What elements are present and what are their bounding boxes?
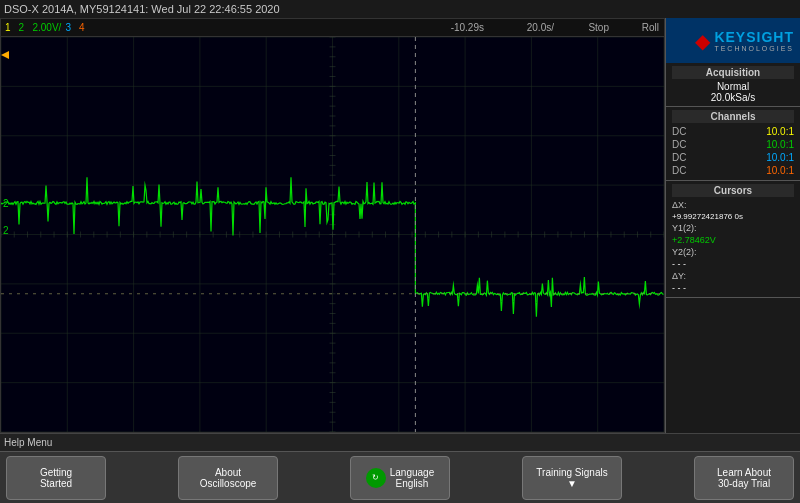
- scope-canvas: [1, 37, 664, 432]
- delta-x-value: +9.99272421876 0s: [672, 212, 743, 221]
- y1-row: Y1(2):: [672, 222, 794, 234]
- y1-label: Y1(2):: [672, 223, 697, 233]
- cursors-section: Cursors ΔX: +9.99272421876 0s Y1(2): +2.…: [666, 181, 800, 298]
- language-text: Language English: [390, 467, 435, 489]
- scope-display: 1 2 2.00V/ 3 4 -10.29s 20.0s/ Stop Roll …: [0, 18, 665, 433]
- about-line2: Oscilloscope: [200, 478, 257, 489]
- ch4-coupling: DC: [672, 165, 686, 176]
- time-offset: -10.29s: [451, 22, 484, 33]
- getting-started-button[interactable]: Getting Started: [6, 456, 106, 500]
- channel-2-row: DC 10.0:1: [672, 138, 794, 151]
- ch3-value: 10.0:1: [766, 152, 794, 163]
- ch1-label: 1: [5, 22, 11, 33]
- ch4-label: 4: [79, 22, 85, 33]
- y2-row: Y2(2):: [672, 246, 794, 258]
- ch4-value: 10.0:1: [766, 165, 794, 176]
- training-line2: ▼: [567, 478, 577, 489]
- delta-y-label: ΔY:: [672, 271, 686, 281]
- main-area: 1 2 2.00V/ 3 4 -10.29s 20.0s/ Stop Roll …: [0, 18, 800, 433]
- help-menu-label: Help Menu: [4, 437, 52, 448]
- channels-title: Channels: [672, 110, 794, 123]
- grid-area: 2: [1, 37, 664, 432]
- delta-y-value: - - -: [672, 283, 686, 293]
- delta-y-value-row: - - -: [672, 282, 794, 294]
- title-text: DSO-X 2014A, MY59124141: Wed Jul 22 22:4…: [4, 3, 280, 15]
- y1-value-row: +2.78462V: [672, 234, 794, 246]
- ch3-coupling: DC: [672, 152, 686, 163]
- y2-value-row: - - -: [672, 258, 794, 270]
- help-menu-bar: Help Menu: [0, 433, 800, 451]
- brand-name: KEYSIGHT: [714, 29, 794, 45]
- delta-x-label: ΔX:: [672, 200, 687, 210]
- ch2-coupling: DC: [672, 139, 686, 150]
- scale-bar: 1 2 2.00V/ 3 4 -10.29s 20.0s/ Stop Roll: [1, 19, 664, 37]
- bottom-bar: Getting Started About Oscilloscope ↻ Lan…: [0, 451, 800, 503]
- about-oscilloscope-button[interactable]: About Oscilloscope: [178, 456, 278, 500]
- ch2-label: 2 2.00V/: [19, 22, 62, 33]
- title-bar: DSO-X 2014A, MY59124141: Wed Jul 22 22:4…: [0, 0, 800, 18]
- getting-started-line1: Getting: [40, 467, 72, 478]
- channel-4-row: DC 10.0:1: [672, 164, 794, 177]
- language-line1: Language: [390, 467, 435, 478]
- language-button[interactable]: ↻ Language English: [350, 456, 450, 500]
- training-signals-button[interactable]: Training Signals ▼: [522, 456, 622, 500]
- delta-x-row: ΔX:: [672, 199, 794, 211]
- channels-section: Channels DC 10.0:1 DC 10.0:1 DC 10.0:1 D…: [666, 107, 800, 181]
- sample-rate: 20.0kSa/s: [672, 92, 794, 103]
- acquisition-title: Acquisition: [672, 66, 794, 79]
- acquisition-section: Acquisition Normal 20.0kSa/s: [666, 63, 800, 107]
- status: Stop: [588, 22, 609, 33]
- language-line2: English: [390, 478, 435, 489]
- learn-line1: Learn About: [717, 467, 771, 478]
- logo-diamond-icon: ◆: [695, 29, 710, 53]
- y2-label: Y2(2):: [672, 247, 697, 257]
- language-icon: ↻: [366, 468, 386, 488]
- channel-1-row: DC 10.0:1: [672, 125, 794, 138]
- ch2-marker: 2: [3, 225, 9, 236]
- ch2-value: 10.0:1: [766, 139, 794, 150]
- ch1-value: 10.0:1: [766, 126, 794, 137]
- delta-x-value-row: +9.99272421876 0s: [672, 211, 794, 222]
- brand-sub: TECHNOLOGIES: [714, 45, 794, 52]
- cursors-title: Cursors: [672, 184, 794, 197]
- roll-mode: Roll: [642, 22, 659, 33]
- ch3-label: 3: [65, 22, 71, 33]
- timebase: 20.0s/: [527, 22, 554, 33]
- logo-text: KEYSIGHT TECHNOLOGIES: [714, 29, 794, 52]
- y2-value: - - -: [672, 259, 686, 269]
- training-line1: Training Signals: [536, 467, 607, 478]
- channel-3-row: DC 10.0:1: [672, 151, 794, 164]
- getting-started-line2: Started: [40, 478, 72, 489]
- keysight-logo: ◆ KEYSIGHT TECHNOLOGIES: [666, 18, 800, 63]
- delta-y-row: ΔY:: [672, 270, 794, 282]
- learn-line2: 30-day Trial: [718, 478, 770, 489]
- right-panel: ◆ KEYSIGHT TECHNOLOGIES Acquisition Norm…: [665, 18, 800, 433]
- ch1-coupling: DC: [672, 126, 686, 137]
- acquisition-mode: Normal: [672, 81, 794, 92]
- y1-value: +2.78462V: [672, 235, 716, 245]
- about-line1: About: [215, 467, 241, 478]
- learn-about-button[interactable]: Learn About 30-day Trial: [694, 456, 794, 500]
